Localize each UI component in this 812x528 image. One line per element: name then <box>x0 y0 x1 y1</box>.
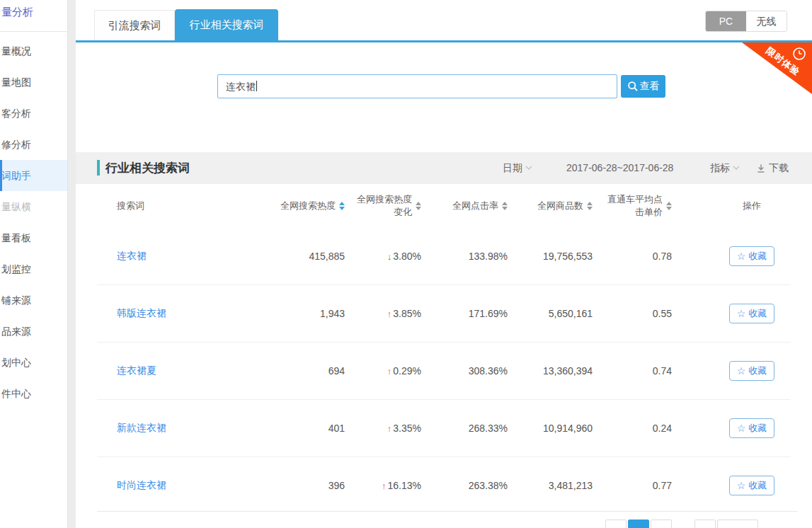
star-icon: ☆ <box>737 251 746 261</box>
keyword-cell: 时尚连衣裙 <box>97 479 278 492</box>
product-count-cell: 10,914,960 <box>522 423 607 434</box>
sidebar-item[interactable]: 修分析 <box>0 129 67 160</box>
column-header[interactable]: 全网搜索热度变化 <box>352 193 437 219</box>
keyword-link[interactable]: 连衣裙夏 <box>117 365 156 376</box>
sort-icon[interactable] <box>502 202 508 210</box>
sidebar-item[interactable]: 词助手 <box>0 160 67 191</box>
action-cell: ☆收藏 <box>685 304 791 323</box>
search-input-value: 连衣裙 <box>226 81 256 92</box>
sidebar-item: 量纵横 <box>0 191 67 222</box>
pagination-box[interactable] <box>717 520 758 528</box>
action-cell: ☆收藏 <box>685 246 791 266</box>
section-marker <box>97 160 100 176</box>
date-dropdown[interactable]: 日期 <box>503 152 532 184</box>
tab-industry-related-search-words[interactable]: 行业相关搜索词 <box>175 9 278 40</box>
product-count-cell: 19,756,553 <box>522 251 607 262</box>
chevron-down-icon <box>733 166 740 171</box>
column-header-label: 直通车平均点击单价 <box>607 193 663 219</box>
column-header-label: 全网点击率 <box>452 200 498 212</box>
table-header-row: 搜索词全网搜索热度全网搜索热度变化全网点击率全网商品数直通车平均点击单价操作 <box>97 184 791 228</box>
tab-inbound-search-words[interactable]: 引流搜索词 <box>94 10 175 40</box>
column-header[interactable]: 直通车平均点击单价 <box>607 193 685 219</box>
pagination-box[interactable] <box>651 520 672 528</box>
favorite-button[interactable]: ☆收藏 <box>729 476 774 495</box>
device-toggle: PC 无线 <box>705 11 787 32</box>
column-header[interactable]: 全网搜索热度 <box>278 200 352 212</box>
sidebar-item[interactable]: 划中心 <box>0 347 67 378</box>
favorite-label: 收藏 <box>748 250 767 263</box>
pagination-page-active[interactable] <box>628 520 649 528</box>
toggle-wireless[interactable]: 无线 <box>746 11 787 31</box>
sidebar-item[interactable]: 铺来源 <box>0 285 67 316</box>
tab-bar: 引流搜索词 行业相关搜索词 PC 无线 <box>76 0 812 40</box>
metric-dropdown[interactable]: 指标 <box>710 152 740 184</box>
avg-cpc-cell: 0.24 <box>607 423 685 434</box>
pagination-box[interactable] <box>605 520 627 528</box>
click-rate-cell: 133.98% <box>437 251 522 262</box>
action-cell: ☆收藏 <box>685 361 791 381</box>
sidebar-item[interactable]: 量看板 <box>0 222 67 253</box>
sidebar-item-analysis[interactable]: 量分析 <box>1 4 33 20</box>
heat-change-value: 3.80% <box>393 251 421 262</box>
trend-up-icon: ↑ <box>387 309 392 319</box>
trend-up-icon: ↑ <box>387 366 392 377</box>
sidebar-item[interactable]: 量地图 <box>0 67 67 98</box>
keyword-search-input[interactable]: 连衣裙 <box>217 74 617 98</box>
trend-up-icon: ↑ <box>387 423 392 434</box>
tab-accent-line <box>76 40 812 42</box>
favorite-button[interactable]: ☆收藏 <box>729 304 774 323</box>
column-header-label: 操作 <box>743 200 761 212</box>
heat-change-cell: ↑0.29% <box>352 365 437 377</box>
sort-icon[interactable] <box>416 202 421 210</box>
sidebar-item[interactable]: 客分析 <box>0 98 67 129</box>
table-row: 连衣裙415,885↓3.80%133.98%19,756,5530.78☆收藏 <box>97 228 791 285</box>
star-icon: ☆ <box>737 309 746 318</box>
table-row: 连衣裙夏694↑0.29%308.36%13,360,3940.74☆收藏 <box>97 342 791 399</box>
search-heat-cell: 694 <box>278 365 352 377</box>
sidebar-item[interactable]: 品来源 <box>0 316 67 347</box>
column-header[interactable]: 全网点击率 <box>437 200 522 212</box>
trend-down-icon: ↓ <box>387 251 392 262</box>
column-header: 搜索词 <box>97 200 278 212</box>
table-row: 新款连衣裙401↑3.35%268.33%10,914,9600.24☆收藏 <box>97 399 791 457</box>
pagination-box[interactable] <box>694 520 716 528</box>
sidebar-item[interactable]: 件中心 <box>0 378 67 409</box>
search-heat-cell: 401 <box>278 423 352 434</box>
view-button[interactable]: 查看 <box>621 75 665 98</box>
sort-icon[interactable] <box>339 202 345 210</box>
sort-icon[interactable] <box>666 202 672 210</box>
date-range-value: 2017-06-28~2017-06-28 <box>566 152 673 184</box>
column-header[interactable]: 全网商品数 <box>522 200 607 212</box>
sidebar-item[interactable]: 划监控 <box>0 253 67 285</box>
favorite-label: 收藏 <box>748 307 767 320</box>
sidebar-divider <box>0 31 67 32</box>
download-label: 下载 <box>769 152 789 184</box>
keyword-link[interactable]: 新款连衣裙 <box>117 422 166 433</box>
search-heat-cell: 396 <box>278 480 352 491</box>
sort-icon[interactable] <box>587 202 593 210</box>
favorite-button[interactable]: ☆收藏 <box>729 361 774 381</box>
avg-cpc-cell: 0.77 <box>607 480 685 491</box>
avg-cpc-cell: 0.78 <box>607 251 685 262</box>
action-cell: ☆收藏 <box>685 476 791 495</box>
favorite-label: 收藏 <box>748 365 767 377</box>
trend-up-icon: ↑ <box>382 481 387 491</box>
table-body: 连衣裙415,885↓3.80%133.98%19,756,5530.78☆收藏… <box>97 228 791 514</box>
heat-change-cell: ↑3.85% <box>352 308 437 319</box>
search-words-table: 搜索词全网搜索热度全网搜索热度变化全网点击率全网商品数直通车平均点击单价操作 连… <box>97 184 791 514</box>
heat-change-value: 0.29% <box>393 365 421 377</box>
click-rate-cell: 263.38% <box>437 480 522 491</box>
favorite-button[interactable]: ☆收藏 <box>729 246 774 266</box>
download-button[interactable]: 下载 <box>756 152 789 184</box>
favorite-label: 收藏 <box>748 422 767 435</box>
sidebar-item[interactable]: 量概况 <box>0 35 67 67</box>
keyword-link[interactable]: 连衣裙 <box>117 250 147 261</box>
toggle-pc[interactable]: PC <box>706 11 746 31</box>
keyword-link[interactable]: 时尚连衣裙 <box>117 479 166 490</box>
favorite-button[interactable]: ☆收藏 <box>729 418 774 438</box>
star-icon: ☆ <box>737 366 746 376</box>
limited-time-trial-ribbon[interactable]: 限时体验 <box>742 42 812 94</box>
date-dropdown-label: 日期 <box>503 152 522 184</box>
sidebar-menu: 量概况量地图客分析修分析词助手量纵横量看板划监控铺来源品来源划中心件中心 <box>0 35 67 409</box>
keyword-link[interactable]: 韩版连衣裙 <box>117 307 166 318</box>
